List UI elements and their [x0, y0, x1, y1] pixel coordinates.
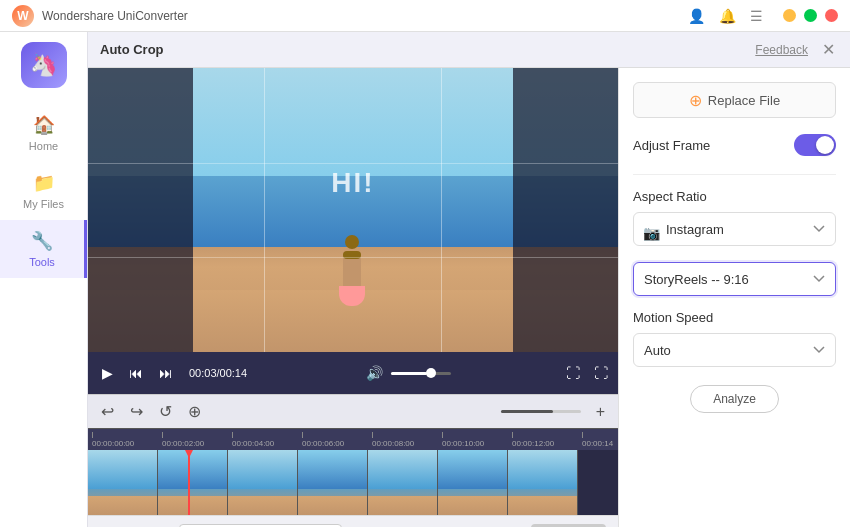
sidebar-item-label: My Files [23, 198, 64, 210]
video-frame: HI! [88, 68, 618, 352]
close-button[interactable] [825, 9, 838, 22]
dialog-title: Auto Crop [100, 42, 755, 57]
ruler-mark-3: 00:00:06:00 [302, 432, 372, 448]
dialog-close-button[interactable]: ✕ [818, 40, 838, 60]
prev-frame-button[interactable]: ⏮ [125, 363, 147, 383]
sidebar: 🦄 🏠 Home 📁 My Files 🔧 Tools [0, 32, 88, 527]
refresh-button[interactable]: ↺ [154, 400, 177, 423]
volume-icon[interactable]: 🔊 [366, 365, 383, 381]
thumb-3 [298, 450, 368, 515]
thumb-6 [508, 450, 578, 515]
toggle-thumb [816, 136, 834, 154]
sidebar-item-home[interactable]: 🏠 Home [0, 104, 87, 162]
adjust-frame-row: Adjust Frame [633, 134, 836, 156]
next-frame-button[interactable]: ⏭ [155, 363, 177, 383]
sidebar-item-tools[interactable]: 🔧 Tools [0, 220, 87, 278]
timeline-thumbnails [88, 450, 578, 515]
crop-band-right [513, 68, 618, 352]
user-icon[interactable]: 👤 [688, 8, 705, 24]
crop-band-left [88, 68, 193, 352]
zoom-bar[interactable] [501, 410, 581, 413]
sidebar-logo: 🦄 [21, 42, 67, 88]
ruler-mark-1: 00:00:02:00 [162, 432, 232, 448]
motion-speed-title: Motion Speed [633, 310, 836, 325]
aspect-ratio-title: Aspect Ratio [633, 189, 836, 204]
files-icon: 📁 [33, 172, 55, 194]
video-area: HI! [88, 68, 618, 352]
replace-file-button[interactable]: ⊕ Replace File [633, 82, 836, 118]
dialog-titlebar: Auto Crop Feedback ✕ [88, 32, 850, 68]
timeline-toolbar: ↩ ↪ ↺ ⊕ + [88, 394, 618, 428]
thumb-2 [228, 450, 298, 515]
hi-text: HI! [331, 167, 374, 199]
sidebar-item-label: Tools [29, 256, 55, 268]
person-figure [337, 235, 367, 295]
thumb-1 [158, 450, 228, 515]
dialog-body: HI! [88, 68, 850, 527]
autocrop-dialog: Auto Crop Feedback ✕ [88, 32, 850, 527]
ruler-content: 00:00:00:00 00:00:02:00 00:00:04:00 [92, 429, 614, 450]
replace-file-label: Replace File [708, 93, 780, 108]
ruler-mark-5: 00:00:10:00 [442, 432, 512, 448]
undo-button[interactable]: ↩ [96, 400, 119, 423]
title-bar: W Wondershare UniConverter 👤 🔔 ☰ [0, 0, 850, 32]
tools-icon: 🔧 [31, 230, 53, 252]
zoom-in-button[interactable]: + [591, 401, 610, 423]
playhead[interactable] [188, 450, 190, 515]
ruler-mark-6: 00:00:12:00 [512, 432, 582, 448]
minimize-button[interactable] [783, 9, 796, 22]
export-button[interactable]: Export [531, 524, 606, 528]
ruler-mark-0: 00:00:00:00 [92, 432, 162, 448]
feedback-link[interactable]: Feedback [755, 43, 808, 57]
app-logo: W [12, 5, 34, 27]
file-path-input[interactable] [179, 524, 342, 528]
motion-speed-select[interactable]: Auto Slow Normal Fast [633, 333, 836, 367]
adjust-frame-label: Adjust Frame [633, 138, 710, 153]
timeline-ruler: 00:00:00:00 00:00:02:00 00:00:04:00 [88, 428, 618, 450]
ruler-mark-2: 00:00:04:00 [232, 432, 302, 448]
thumb-5 [438, 450, 508, 515]
ruler-mark-7: 00:00:14:00 [582, 432, 614, 448]
time-display: 00:03/00:14 [189, 367, 247, 379]
video-controls: ▶ ⏮ ⏭ 00:03/00:14 🔊 ⛶ ⛶ [88, 352, 618, 394]
divider-1 [633, 174, 836, 175]
aspect-ratio-select[interactable]: Instagram YouTube TikTok Facebook [633, 212, 836, 246]
home-icon: 🏠 [33, 114, 55, 136]
analyze-button[interactable]: Analyze [690, 385, 779, 413]
ruler-mark-4: 00:00:08:00 [372, 432, 442, 448]
replace-icon: ⊕ [689, 91, 702, 110]
sidebar-item-myfiles[interactable]: 📁 My Files [0, 162, 87, 220]
video-panel: HI! [88, 68, 618, 527]
bell-icon[interactable]: 🔔 [719, 8, 736, 24]
add-button[interactable]: ⊕ [183, 400, 206, 423]
timeline-track[interactable] [88, 450, 618, 515]
redo-button[interactable]: ↪ [125, 400, 148, 423]
aspect-ratio-select-wrapper: 📷 Instagram YouTube TikTok Facebook [633, 212, 836, 254]
sub-ratio-select[interactable]: StoryReels -- 9:16 Post -- 1:1 Landscape… [633, 262, 836, 296]
file-location-bar: File Location: 📂 Export [88, 515, 618, 527]
volume-fill [391, 372, 427, 375]
fit-to-window-button[interactable]: ⛶ [566, 365, 580, 381]
thumb-0 [88, 450, 158, 515]
volume-thumb [426, 368, 436, 378]
maximize-button[interactable] [804, 9, 817, 22]
thumb-4 [368, 450, 438, 515]
sidebar-item-label: Home [29, 140, 58, 152]
menu-icon[interactable]: ☰ [750, 8, 763, 24]
volume-bar[interactable] [391, 372, 451, 375]
adjust-frame-toggle[interactable] [794, 134, 836, 156]
app-title: Wondershare UniConverter [42, 9, 688, 23]
fullscreen-button[interactable]: ⛶ [594, 365, 608, 381]
play-button[interactable]: ▶ [98, 363, 117, 383]
right-panel: ⊕ Replace File Adjust Frame Aspect Ratio [618, 68, 850, 527]
